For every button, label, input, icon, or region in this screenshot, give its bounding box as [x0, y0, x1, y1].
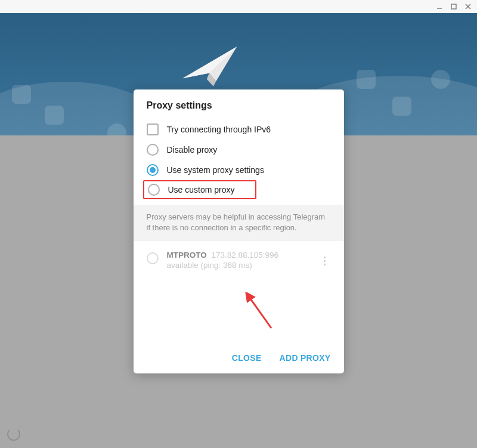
- proxy-menu-button[interactable]: [319, 257, 331, 265]
- options-list: Try connecting through IPv6 Disable prox…: [134, 119, 344, 200]
- proxy-address: 173.82.88.105:996: [212, 251, 279, 259]
- radio-proxy-item[interactable]: [147, 252, 159, 264]
- option-disable-proxy[interactable]: Disable proxy: [147, 140, 331, 160]
- option-system-proxy[interactable]: Use system proxy settings: [147, 160, 331, 180]
- proxy-status: available (ping: 368 ms): [167, 261, 311, 270]
- titlebar: [0, 0, 477, 13]
- option-label: Use custom proxy: [168, 185, 235, 194]
- maximize-button[interactable]: [450, 2, 458, 11]
- radio-disable[interactable]: [147, 144, 159, 156]
- option-ipv6[interactable]: Try connecting through IPv6: [147, 119, 331, 140]
- minimize-button[interactable]: [435, 2, 444, 11]
- radio-custom[interactable]: [148, 184, 160, 196]
- proxy-entry[interactable]: MTPROTO 173.82.88.105:996 available (pin…: [134, 241, 344, 279]
- close-window-button[interactable]: [464, 2, 472, 11]
- option-label: Disable proxy: [167, 145, 218, 155]
- proxy-details: MTPROTO 173.82.88.105:996 available (pin…: [167, 251, 311, 270]
- modal-overlay: Proxy settings Try connecting through IP…: [0, 13, 477, 448]
- annotation-highlight: Use custom proxy: [143, 180, 256, 199]
- option-label: Try connecting through IPv6: [167, 125, 271, 134]
- radio-system[interactable]: [147, 164, 159, 176]
- proxy-settings-dialog: Proxy settings Try connecting through IP…: [134, 89, 344, 373]
- option-label: Use system proxy settings: [167, 165, 264, 175]
- option-custom-proxy[interactable]: Use custom proxy: [147, 180, 331, 199]
- info-text: Proxy servers may be helpful in accessin…: [134, 205, 344, 241]
- checkbox-ipv6[interactable]: [147, 123, 159, 135]
- dialog-title: Proxy settings: [134, 89, 344, 119]
- dialog-footer: CLOSE ADD PROXY: [134, 345, 344, 373]
- add-proxy-button[interactable]: ADD PROXY: [280, 353, 331, 363]
- proxy-protocol: MTPROTO: [167, 251, 207, 259]
- close-button[interactable]: CLOSE: [232, 353, 262, 363]
- svg-rect-1: [451, 4, 456, 9]
